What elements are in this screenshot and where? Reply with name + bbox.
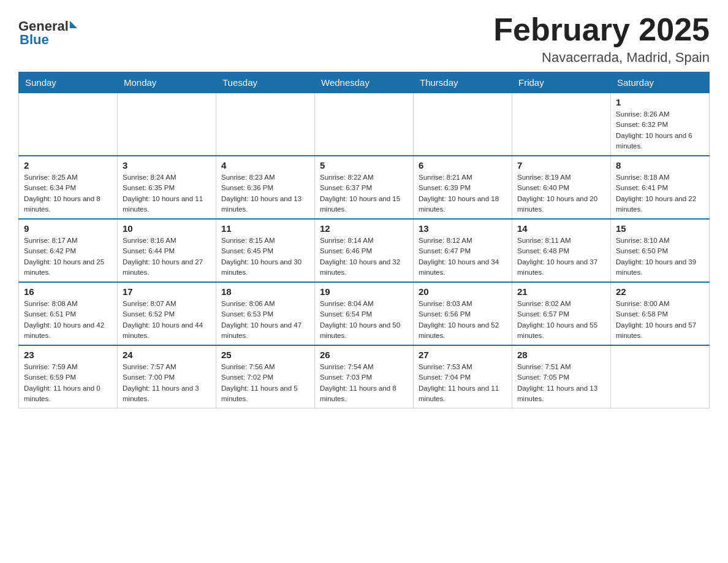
col-tuesday: Tuesday bbox=[216, 72, 315, 93]
day-number: 12 bbox=[320, 223, 408, 234]
day-info: Sunrise: 7:57 AMSunset: 7:00 PMDaylight:… bbox=[123, 362, 211, 404]
calendar-table: Sunday Monday Tuesday Wednesday Thursday… bbox=[18, 72, 710, 408]
day-number: 4 bbox=[221, 160, 309, 170]
day-number: 26 bbox=[320, 350, 408, 360]
col-monday: Monday bbox=[118, 72, 216, 93]
table-row bbox=[512, 93, 611, 156]
day-number: 5 bbox=[320, 160, 408, 170]
calendar-week-row: 23Sunrise: 7:59 AMSunset: 6:59 PMDayligh… bbox=[19, 345, 710, 408]
calendar-header-row: Sunday Monday Tuesday Wednesday Thursday… bbox=[19, 72, 710, 93]
calendar-week-row: 16Sunrise: 8:08 AMSunset: 6:51 PMDayligh… bbox=[19, 282, 710, 345]
table-row: 13Sunrise: 8:12 AMSunset: 6:47 PMDayligh… bbox=[414, 219, 512, 282]
day-info: Sunrise: 8:07 AMSunset: 6:52 PMDaylight:… bbox=[123, 299, 211, 341]
day-number: 9 bbox=[24, 223, 112, 234]
table-row: 3Sunrise: 8:24 AMSunset: 6:35 PMDaylight… bbox=[118, 156, 216, 219]
day-number: 17 bbox=[123, 286, 211, 297]
day-info: Sunrise: 8:04 AMSunset: 6:54 PMDaylight:… bbox=[320, 299, 408, 341]
table-row: 17Sunrise: 8:07 AMSunset: 6:52 PMDayligh… bbox=[118, 282, 216, 345]
day-number: 16 bbox=[24, 286, 112, 297]
day-number: 13 bbox=[419, 223, 507, 234]
page-header: General Blue February 2025 Navacerrada, … bbox=[18, 12, 710, 66]
day-info: Sunrise: 8:17 AMSunset: 6:42 PMDaylight:… bbox=[24, 236, 112, 278]
day-info: Sunrise: 8:25 AMSunset: 6:34 PMDaylight:… bbox=[24, 172, 112, 215]
day-info: Sunrise: 8:16 AMSunset: 6:44 PMDaylight:… bbox=[123, 236, 211, 278]
logo-blue-text: Blue bbox=[20, 32, 49, 47]
table-row bbox=[216, 93, 315, 156]
day-info: Sunrise: 8:24 AMSunset: 6:35 PMDaylight:… bbox=[123, 172, 211, 215]
table-row: 1Sunrise: 8:26 AMSunset: 6:32 PMDaylight… bbox=[611, 93, 710, 156]
table-row: 27Sunrise: 7:53 AMSunset: 7:04 PMDayligh… bbox=[414, 345, 512, 408]
day-info: Sunrise: 7:54 AMSunset: 7:03 PMDaylight:… bbox=[320, 362, 408, 404]
table-row: 5Sunrise: 8:22 AMSunset: 6:37 PMDaylight… bbox=[315, 156, 414, 219]
day-number: 7 bbox=[517, 160, 605, 170]
day-info: Sunrise: 8:00 AMSunset: 6:58 PMDaylight:… bbox=[616, 299, 704, 341]
day-number: 24 bbox=[123, 350, 211, 360]
table-row: 25Sunrise: 7:56 AMSunset: 7:02 PMDayligh… bbox=[216, 345, 315, 408]
calendar-week-row: 9Sunrise: 8:17 AMSunset: 6:42 PMDaylight… bbox=[19, 219, 710, 282]
day-info: Sunrise: 7:56 AMSunset: 7:02 PMDaylight:… bbox=[221, 362, 309, 404]
table-row: 11Sunrise: 8:15 AMSunset: 6:45 PMDayligh… bbox=[216, 219, 315, 282]
table-row bbox=[19, 93, 118, 156]
day-info: Sunrise: 7:51 AMSunset: 7:05 PMDaylight:… bbox=[517, 362, 605, 404]
col-saturday: Saturday bbox=[611, 72, 710, 93]
day-info: Sunrise: 8:21 AMSunset: 6:39 PMDaylight:… bbox=[419, 172, 507, 215]
table-row: 10Sunrise: 8:16 AMSunset: 6:44 PMDayligh… bbox=[118, 219, 216, 282]
table-row: 23Sunrise: 7:59 AMSunset: 6:59 PMDayligh… bbox=[19, 345, 118, 408]
table-row bbox=[414, 93, 512, 156]
table-row: 4Sunrise: 8:23 AMSunset: 6:36 PMDaylight… bbox=[216, 156, 315, 219]
day-number: 11 bbox=[221, 223, 309, 234]
logo-arrow-icon bbox=[70, 21, 77, 28]
table-row bbox=[611, 345, 710, 408]
day-number: 2 bbox=[24, 160, 112, 170]
day-info: Sunrise: 8:10 AMSunset: 6:50 PMDaylight:… bbox=[616, 236, 704, 278]
day-number: 15 bbox=[616, 223, 704, 234]
logo: General Blue bbox=[18, 12, 78, 48]
day-info: Sunrise: 8:14 AMSunset: 6:46 PMDaylight:… bbox=[320, 236, 408, 278]
day-number: 18 bbox=[221, 286, 309, 297]
day-number: 10 bbox=[123, 223, 211, 234]
day-info: Sunrise: 8:11 AMSunset: 6:48 PMDaylight:… bbox=[517, 236, 605, 278]
day-info: Sunrise: 7:59 AMSunset: 6:59 PMDaylight:… bbox=[24, 362, 112, 404]
table-row: 16Sunrise: 8:08 AMSunset: 6:51 PMDayligh… bbox=[19, 282, 118, 345]
day-info: Sunrise: 8:15 AMSunset: 6:45 PMDaylight:… bbox=[221, 236, 309, 278]
day-info: Sunrise: 8:26 AMSunset: 6:32 PMDaylight:… bbox=[616, 109, 704, 151]
day-number: 23 bbox=[24, 350, 112, 360]
day-number: 19 bbox=[320, 286, 408, 297]
day-number: 3 bbox=[123, 160, 211, 170]
day-number: 25 bbox=[221, 350, 309, 360]
day-info: Sunrise: 8:03 AMSunset: 6:56 PMDaylight:… bbox=[419, 299, 507, 341]
day-number: 28 bbox=[517, 350, 605, 360]
calendar-subtitle: Navacerrada, Madrid, Spain bbox=[493, 50, 710, 66]
table-row: 9Sunrise: 8:17 AMSunset: 6:42 PMDaylight… bbox=[19, 219, 118, 282]
table-row: 26Sunrise: 7:54 AMSunset: 7:03 PMDayligh… bbox=[315, 345, 414, 408]
calendar-week-row: 2Sunrise: 8:25 AMSunset: 6:34 PMDaylight… bbox=[19, 156, 710, 219]
table-row: 24Sunrise: 7:57 AMSunset: 7:00 PMDayligh… bbox=[118, 345, 216, 408]
table-row: 8Sunrise: 8:18 AMSunset: 6:41 PMDaylight… bbox=[611, 156, 710, 219]
calendar-week-row: 1Sunrise: 8:26 AMSunset: 6:32 PMDaylight… bbox=[19, 93, 710, 156]
day-number: 21 bbox=[517, 286, 605, 297]
table-row: 2Sunrise: 8:25 AMSunset: 6:34 PMDaylight… bbox=[19, 156, 118, 219]
title-block: February 2025 Navacerrada, Madrid, Spain bbox=[493, 12, 710, 66]
day-info: Sunrise: 8:02 AMSunset: 6:57 PMDaylight:… bbox=[517, 299, 605, 341]
day-number: 20 bbox=[419, 286, 507, 297]
day-info: Sunrise: 8:18 AMSunset: 6:41 PMDaylight:… bbox=[616, 172, 704, 215]
table-row: 19Sunrise: 8:04 AMSunset: 6:54 PMDayligh… bbox=[315, 282, 414, 345]
table-row: 28Sunrise: 7:51 AMSunset: 7:05 PMDayligh… bbox=[512, 345, 611, 408]
table-row bbox=[118, 93, 216, 156]
day-info: Sunrise: 8:12 AMSunset: 6:47 PMDaylight:… bbox=[419, 236, 507, 278]
day-number: 1 bbox=[616, 97, 704, 107]
day-info: Sunrise: 8:08 AMSunset: 6:51 PMDaylight:… bbox=[24, 299, 112, 341]
day-info: Sunrise: 8:22 AMSunset: 6:37 PMDaylight:… bbox=[320, 172, 408, 215]
table-row: 22Sunrise: 8:00 AMSunset: 6:58 PMDayligh… bbox=[611, 282, 710, 345]
table-row bbox=[315, 93, 414, 156]
day-info: Sunrise: 8:19 AMSunset: 6:40 PMDaylight:… bbox=[517, 172, 605, 215]
table-row: 14Sunrise: 8:11 AMSunset: 6:48 PMDayligh… bbox=[512, 219, 611, 282]
day-number: 22 bbox=[616, 286, 704, 297]
day-number: 6 bbox=[419, 160, 507, 170]
table-row: 6Sunrise: 8:21 AMSunset: 6:39 PMDaylight… bbox=[414, 156, 512, 219]
table-row: 21Sunrise: 8:02 AMSunset: 6:57 PMDayligh… bbox=[512, 282, 611, 345]
col-sunday: Sunday bbox=[19, 72, 118, 93]
col-wednesday: Wednesday bbox=[315, 72, 414, 93]
day-number: 8 bbox=[616, 160, 704, 170]
calendar-title: February 2025 bbox=[493, 12, 710, 47]
